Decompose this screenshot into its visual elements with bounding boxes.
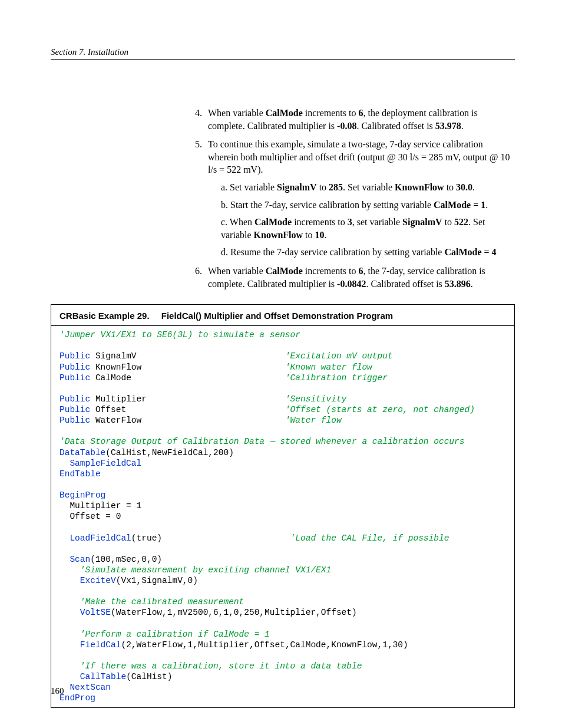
step-5c: c. When CalMode increments to 3, set var… [221,216,515,241]
step-6-num: 6. [195,265,202,278]
example-name: FieldCal() Multiplier and Offset Demonst… [161,311,393,321]
step-5: 5. To continue this example, simulate a … [195,138,515,259]
step-4: 4. When variable CalMode increments to 6… [195,107,515,132]
step-5b: b. Start the 7-day, service calibration … [221,199,515,212]
code-listing: 'Jumper VX1/EX1 to SE6(3L) to simulate a… [51,326,514,707]
step-4-num: 4. [195,107,202,120]
body-text: 4. When variable CalMode increments to 6… [51,107,515,290]
step-5a: a. Set variable SignalmV to 285. Set var… [221,181,515,194]
step-4-text: When variable CalMode increments to 6, t… [208,108,478,131]
step-6-text: When variable CalMode increments to 6, t… [208,266,485,289]
page-number: 160 [51,686,64,696]
step-5-text: To continue this example, simulate a two… [208,139,510,174]
example-label: CRBasic Example 29. [59,311,150,321]
step-5-num: 5. [195,138,202,151]
code-example-title: CRBasic Example 29. FieldCal() Multiplie… [51,305,514,326]
step-5d: d. Resume the 7-day service calibration … [221,246,515,259]
running-header: Section 7. Installation [51,47,515,60]
code-example-box: CRBasic Example 29. FieldCal() Multiplie… [51,304,515,707]
step-6: 6. When variable CalMode increments to 6… [195,265,515,290]
